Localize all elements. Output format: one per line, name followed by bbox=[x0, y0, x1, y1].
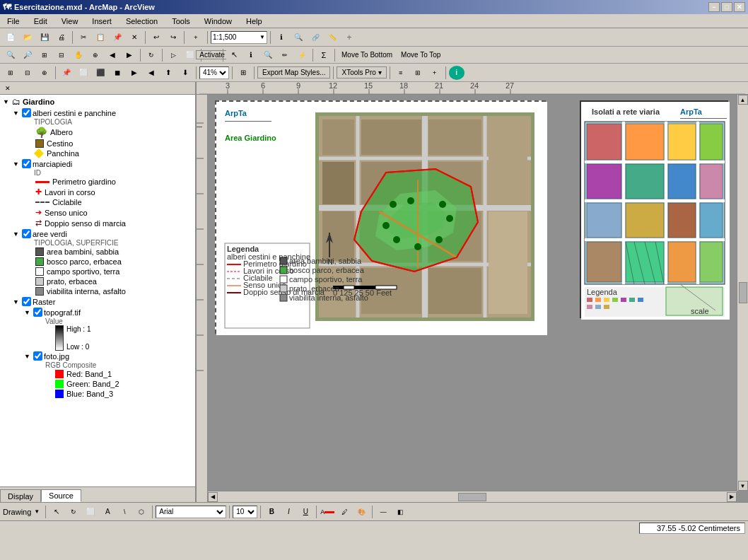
menu-insert[interactable]: Insert bbox=[88, 16, 116, 27]
layout-btn3[interactable]: ⊕ bbox=[37, 66, 52, 80]
zoom-in-nav[interactable]: 🔍 bbox=[3, 48, 18, 62]
xtools-button[interactable]: XTools Pro ▾ bbox=[337, 66, 386, 78]
layout-btn11[interactable]: ⬇ bbox=[177, 66, 193, 80]
paste-button[interactable]: 📌 bbox=[110, 30, 125, 45]
tool-a[interactable]: ≡ bbox=[393, 66, 409, 80]
scroll-right-btn[interactable]: ▶ bbox=[727, 492, 737, 502]
layout-btn6[interactable]: ⬛ bbox=[93, 66, 108, 80]
raster-expand[interactable]: ▼ bbox=[13, 298, 21, 305]
root-group[interactable]: ▼ 🗂 Giardino bbox=[1, 96, 194, 107]
scroll-thumb-h[interactable] bbox=[458, 493, 486, 501]
font-color-btn[interactable]: A bbox=[320, 505, 335, 519]
map-frame1[interactable]: ArpTa —————— Area Giardino bbox=[215, 100, 546, 334]
tab-display[interactable]: Display bbox=[0, 489, 41, 502]
pan-button[interactable]: ✋ bbox=[71, 48, 86, 62]
identify2[interactable]: ℹ bbox=[243, 48, 259, 62]
menu-window[interactable]: Window bbox=[200, 16, 236, 27]
editor2[interactable]: ✏ bbox=[277, 48, 293, 62]
draw-text-tool[interactable]: A bbox=[100, 505, 115, 519]
find-button[interactable]: 🔍 bbox=[291, 30, 306, 45]
italic-button[interactable]: I bbox=[281, 505, 296, 519]
delete-button[interactable]: ✕ bbox=[127, 30, 142, 45]
topograf-expand[interactable]: ▼ bbox=[24, 309, 33, 316]
aree-expand[interactable]: ▼ bbox=[13, 231, 21, 238]
sigma-button[interactable]: Σ bbox=[316, 48, 332, 62]
scale-dropdown-arrow[interactable]: ▼ bbox=[259, 34, 265, 40]
tab-source[interactable]: Source bbox=[41, 489, 81, 502]
identify-button[interactable]: ℹ bbox=[274, 30, 289, 45]
map-scroll-right[interactable]: ▲ ▼ bbox=[737, 95, 748, 491]
menu-view[interactable]: View bbox=[57, 16, 83, 27]
marc-checkbox[interactable] bbox=[22, 159, 31, 168]
layout-btn9[interactable]: ◀ bbox=[144, 66, 159, 80]
bold-button[interactable]: B bbox=[264, 505, 279, 519]
new-button[interactable]: 📄 bbox=[3, 30, 18, 45]
draw-polygon-tool[interactable]: ⬡ bbox=[134, 505, 149, 519]
select-elements[interactable]: ↖ bbox=[226, 48, 242, 62]
move-to-top-label[interactable]: Move To Top bbox=[397, 49, 444, 61]
tool-c[interactable]: + bbox=[427, 66, 443, 80]
close-button[interactable]: ✕ bbox=[734, 2, 745, 12]
layout-btn7[interactable]: ◼ bbox=[110, 66, 125, 80]
zoom-percent-select[interactable]: 41% 25% 50% 75% 100% bbox=[199, 66, 229, 79]
marc-expand[interactable]: ▼ bbox=[13, 161, 21, 168]
cut-button[interactable]: ✂ bbox=[76, 30, 91, 45]
layer-marciapiedi-row[interactable]: ▼ marciapiedi bbox=[13, 158, 194, 169]
layout-btn10[interactable]: ⬆ bbox=[160, 66, 176, 80]
print-button[interactable]: 🖨 bbox=[54, 30, 69, 45]
shadow-btn[interactable]: ◧ bbox=[392, 505, 408, 519]
draw-select-tool[interactable]: ↖ bbox=[49, 505, 64, 519]
draw-line-tool[interactable]: \ bbox=[117, 505, 132, 519]
layer-aree-row[interactable]: ▼ aree verdi bbox=[13, 228, 194, 239]
menu-file[interactable]: File bbox=[3, 16, 24, 27]
layer-raster-row[interactable]: ▼ Raster bbox=[13, 296, 194, 307]
topograf-checkbox[interactable] bbox=[33, 308, 42, 317]
menu-tools[interactable]: Tools bbox=[168, 16, 194, 27]
save-button[interactable]: 💾 bbox=[37, 30, 52, 45]
map-scroll-bottom[interactable]: ◀ ▶ bbox=[208, 491, 737, 502]
open-button[interactable]: 📂 bbox=[20, 30, 35, 45]
fill-color-btn[interactable]: 🎨 bbox=[353, 505, 369, 519]
menu-selection[interactable]: Selection bbox=[122, 16, 162, 27]
foto-expand[interactable]: ▼ bbox=[24, 353, 33, 360]
find2[interactable]: 🔍 bbox=[260, 48, 276, 62]
highlight-btn[interactable]: 🖊 bbox=[337, 505, 352, 519]
scroll-thumb-v[interactable] bbox=[739, 282, 747, 303]
select-features-button[interactable]: ▷ bbox=[165, 48, 181, 62]
move-to-bottom-label[interactable]: Move To Bottom bbox=[338, 49, 396, 61]
info-button[interactable]: i bbox=[449, 66, 464, 80]
fixed-zoom-in[interactable]: ⊞ bbox=[37, 48, 52, 62]
activate-button[interactable]: Activate bbox=[204, 48, 220, 62]
undo-button[interactable]: ↩ bbox=[148, 30, 164, 45]
aree-checkbox[interactable] bbox=[22, 229, 31, 238]
hyperlink-button[interactable]: 🔗 bbox=[308, 30, 323, 45]
layout-btn8[interactable]: ▶ bbox=[127, 66, 142, 80]
zoom-button[interactable]: + bbox=[341, 30, 357, 45]
map-canvas-main[interactable]: ArpTa —————— Area Giardino bbox=[208, 95, 748, 502]
line-color-btn[interactable]: — bbox=[375, 505, 391, 519]
size-select[interactable]: 10 bbox=[233, 506, 257, 518]
draw-rotate-tool[interactable]: ↻ bbox=[66, 505, 81, 519]
layout-grid[interactable]: ⊞ bbox=[235, 66, 251, 80]
full-extent-button[interactable]: ⊕ bbox=[88, 48, 103, 62]
foto-checkbox[interactable] bbox=[33, 351, 42, 361]
alberi-expand[interactable]: ▼ bbox=[13, 110, 21, 117]
scroll-down-btn[interactable]: ▼ bbox=[738, 481, 748, 491]
menu-edit[interactable]: Edit bbox=[30, 16, 52, 27]
layout-btn1[interactable]: ⊞ bbox=[3, 66, 18, 80]
scroll-up-btn[interactable]: ▲ bbox=[738, 95, 748, 105]
layout-btn5[interactable]: ⬜ bbox=[76, 66, 91, 80]
toc-close-btn[interactable]: ✕ bbox=[3, 83, 13, 93]
scroll-left-btn[interactable]: ◀ bbox=[208, 492, 218, 502]
tool-b[interactable]: ⊞ bbox=[410, 66, 426, 80]
layout-btn2[interactable]: ⊟ bbox=[20, 66, 35, 80]
layout-btn4[interactable]: 📌 bbox=[59, 66, 74, 80]
font-select[interactable]: Arial bbox=[156, 506, 226, 518]
alberi-checkbox[interactable] bbox=[22, 108, 31, 117]
foto-row[interactable]: ▼ foto.jpg bbox=[24, 351, 194, 361]
zoom-out-nav[interactable]: 🔎 bbox=[20, 48, 35, 62]
layer-alberi-row[interactable]: ▼ alberi cestini e panchine bbox=[13, 107, 194, 118]
measure-button[interactable]: 📏 bbox=[325, 30, 340, 45]
copy-button[interactable]: 📋 bbox=[93, 30, 108, 45]
drawing-dropdown-arrow[interactable]: ▼ bbox=[34, 508, 40, 515]
